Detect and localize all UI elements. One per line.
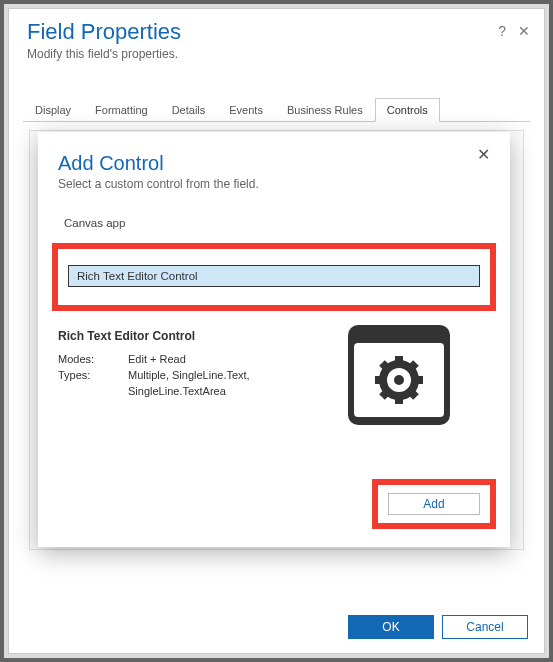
- selection-highlight: Rich Text Editor Control: [52, 243, 496, 311]
- add-control-modal: ✕ Add Control Select a custom control fr…: [38, 132, 510, 547]
- add-button-highlight: Add: [372, 479, 496, 529]
- panel-button-row: OK Cancel: [348, 615, 528, 639]
- modal-subtitle: Select a custom control from the field.: [58, 177, 490, 191]
- control-preview-icon: [344, 325, 454, 429]
- help-icon[interactable]: ?: [498, 23, 506, 39]
- add-button[interactable]: Add: [388, 493, 480, 515]
- detail-value-types-2: SingleLine.TextArea: [128, 385, 268, 397]
- tab-events[interactable]: Events: [217, 98, 275, 122]
- svg-line-8: [382, 363, 389, 370]
- tab-details[interactable]: Details: [160, 98, 218, 122]
- modal-close-icon[interactable]: ✕: [471, 144, 496, 165]
- ok-button[interactable]: OK: [348, 615, 434, 639]
- detail-label-types: Types:: [58, 369, 108, 381]
- modal-title: Add Control: [58, 152, 490, 175]
- svg-line-11: [409, 390, 416, 397]
- tab-strip: Display Formatting Details Events Busine…: [23, 97, 530, 122]
- cancel-button[interactable]: Cancel: [442, 615, 528, 639]
- panel-header: Field Properties Modify this field's pro…: [9, 9, 544, 67]
- tab-formatting[interactable]: Formatting: [83, 98, 160, 122]
- detail-label-modes: Modes:: [58, 353, 108, 365]
- panel-title: Field Properties: [27, 19, 526, 45]
- panel-subtitle: Modify this field's properties.: [27, 47, 526, 61]
- detail-value-types-1: Multiple, SingleLine.Text,: [128, 369, 268, 381]
- svg-line-10: [382, 390, 389, 397]
- tab-business-rules[interactable]: Business Rules: [275, 98, 375, 122]
- svg-point-3: [394, 375, 404, 385]
- close-icon[interactable]: ✕: [518, 23, 530, 39]
- svg-line-9: [409, 363, 416, 370]
- tab-display[interactable]: Display: [23, 98, 83, 122]
- detail-value-modes: Edit + Read: [128, 353, 268, 365]
- control-list-item-canvas-app[interactable]: Canvas app: [58, 213, 490, 233]
- tab-controls[interactable]: Controls: [375, 98, 440, 122]
- control-list-item-selected[interactable]: Rich Text Editor Control: [68, 265, 480, 287]
